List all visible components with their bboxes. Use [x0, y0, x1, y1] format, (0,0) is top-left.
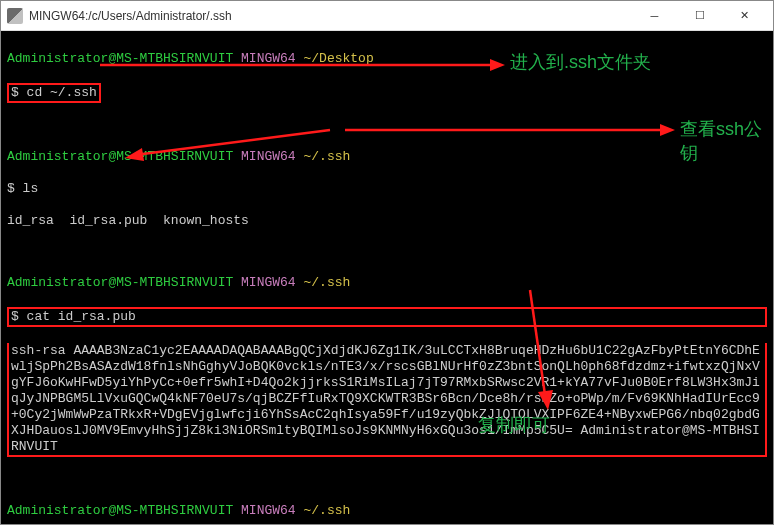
blank-line: [7, 245, 767, 259]
path-ssh: ~/.ssh: [303, 275, 350, 290]
path-ssh: ~/.ssh: [303, 503, 350, 518]
minimize-button[interactable]: ─: [632, 1, 677, 30]
env-label: MINGW64: [241, 275, 296, 290]
cmd-cd-line: $ cd ~/.ssh: [7, 83, 767, 103]
titlebar[interactable]: MINGW64:/c/Users/Administrator/.ssh ─ ☐ …: [1, 1, 773, 31]
user-host: Administrator@MS-MTBHSIRNVUIT: [7, 51, 233, 66]
blank-line: [7, 473, 767, 487]
window-buttons: ─ ☐ ✕: [632, 1, 767, 30]
terminal-window: MINGW64:/c/Users/Administrator/.ssh ─ ☐ …: [0, 0, 774, 525]
maximize-button[interactable]: ☐: [677, 1, 722, 30]
prompt-line: Administrator@MS-MTBHSIRNVUIT MINGW64 ~/…: [7, 275, 767, 291]
ssh-key-output: ssh-rsa AAAAB3NzaC1yc2EAAAADAQABAAABgQCj…: [11, 343, 760, 454]
user-host: Administrator@MS-MTBHSIRNVUIT: [7, 503, 233, 518]
cmd-cat-box: $ cat id_rsa.pub: [7, 307, 767, 327]
window-title: MINGW64:/c/Users/Administrator/.ssh: [29, 9, 632, 23]
terminal-body[interactable]: Administrator@MS-MTBHSIRNVUIT MINGW64 ~/…: [1, 31, 773, 524]
env-label: MINGW64: [241, 503, 296, 518]
user-host: Administrator@MS-MTBHSIRNVUIT: [7, 149, 233, 164]
path-desktop: ~/Desktop: [303, 51, 373, 66]
prompt-line: Administrator@MS-MTBHSIRNVUIT MINGW64 ~/…: [7, 51, 767, 67]
path-ssh: ~/.ssh: [303, 149, 350, 164]
ssh-key-box: ssh-rsa AAAAB3NzaC1yc2EAAAADAQABAAABgQCj…: [7, 343, 767, 457]
user-host: Administrator@MS-MTBHSIRNVUIT: [7, 275, 233, 290]
env-label: MINGW64: [241, 149, 296, 164]
ls-output: id_rsa id_rsa.pub known_hosts: [7, 213, 767, 229]
cmd-cd: $ cd ~/.ssh: [7, 83, 101, 103]
app-icon: [7, 8, 23, 24]
env-label: MINGW64: [241, 51, 296, 66]
cmd-cat: $ cat id_rsa.pub: [11, 309, 136, 324]
close-button[interactable]: ✕: [722, 1, 767, 30]
cmd-ls: $ ls: [7, 181, 767, 197]
prompt-line: Administrator@MS-MTBHSIRNVUIT MINGW64 ~/…: [7, 503, 767, 519]
blank-line: [7, 119, 767, 133]
prompt-line: Administrator@MS-MTBHSIRNVUIT MINGW64 ~/…: [7, 149, 767, 165]
